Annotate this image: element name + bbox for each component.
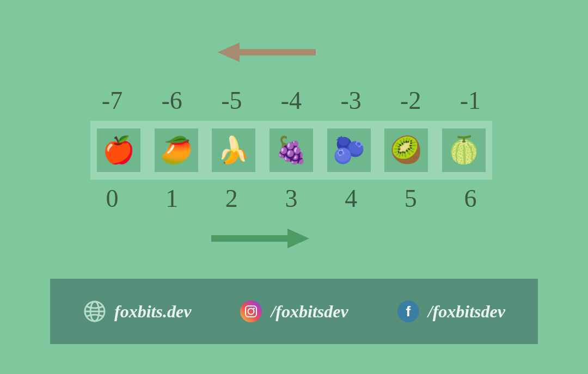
neg-idx-4: -3 xyxy=(329,86,373,115)
arrow-right-icon xyxy=(211,228,309,249)
list-item: 🫐 xyxy=(327,128,371,172)
neg-idx-6: -1 xyxy=(449,86,492,115)
facebook-link[interactable]: f /foxbitsdev xyxy=(396,299,505,323)
papaya-icon: 🍈 xyxy=(448,137,480,163)
pos-idx-3: 3 xyxy=(270,184,313,213)
grapes-icon: 🍇 xyxy=(275,137,308,163)
pos-idx-4: 4 xyxy=(329,184,373,213)
list-item: 🍌 xyxy=(212,128,255,172)
neg-idx-5: -2 xyxy=(389,86,432,115)
instagram-label: /foxbitsdev xyxy=(271,302,348,322)
svg-marker-1 xyxy=(218,42,240,62)
mango-icon: 🥭 xyxy=(160,137,193,163)
arrow-left-icon xyxy=(218,41,316,63)
website-link[interactable]: foxbits.dev xyxy=(83,299,191,323)
blueberry-icon: 🫐 xyxy=(333,137,365,163)
banana-icon: 🍌 xyxy=(217,137,250,163)
list-item: 🍎 xyxy=(97,128,140,172)
negative-index-row: -7 -6 -5 -4 -3 -2 -1 xyxy=(90,86,492,115)
pos-idx-5: 5 xyxy=(389,184,432,213)
list-item: 🥝 xyxy=(384,128,428,172)
neg-idx-0: -7 xyxy=(90,86,134,115)
pos-idx-0: 0 xyxy=(90,184,134,213)
neg-idx-2: -5 xyxy=(210,86,253,115)
neg-idx-3: -4 xyxy=(270,86,313,115)
facebook-label: /foxbitsdev xyxy=(428,302,505,322)
svg-marker-3 xyxy=(287,229,309,248)
positive-index-row: 0 1 2 3 4 5 6 xyxy=(90,184,492,213)
instagram-icon xyxy=(239,299,263,323)
neg-idx-1: -6 xyxy=(150,86,194,115)
pos-idx-2: 2 xyxy=(210,184,253,213)
kiwi-icon: 🥝 xyxy=(390,137,422,163)
instagram-link[interactable]: /foxbitsdev xyxy=(239,299,348,323)
list-item: 🍈 xyxy=(442,128,486,172)
fruit-list: 🍎 🥭 🍌 🍇 🫐 🥝 🍈 xyxy=(90,121,492,180)
website-label: foxbits.dev xyxy=(114,302,191,322)
facebook-icon: f xyxy=(396,299,420,323)
apple-icon: 🍎 xyxy=(102,137,135,163)
list-item: 🍇 xyxy=(270,128,313,172)
pos-idx-1: 1 xyxy=(150,184,194,213)
footer-bar: foxbits.dev /foxbitsdev f /foxbitsdev xyxy=(50,279,538,344)
pos-idx-6: 6 xyxy=(449,184,492,213)
globe-icon xyxy=(83,299,107,323)
list-item: 🥭 xyxy=(155,128,198,172)
